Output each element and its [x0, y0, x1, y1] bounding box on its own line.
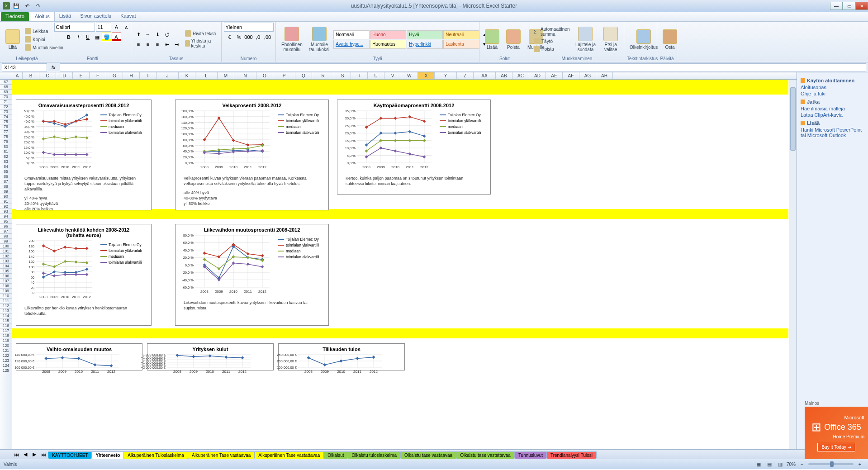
- row-head-103[interactable]: 103: [0, 259, 12, 264]
- row-head-91[interactable]: 91: [0, 199, 12, 204]
- col-head-H[interactable]: H: [123, 72, 140, 79]
- col-head-K[interactable]: K: [179, 72, 195, 79]
- row-head-105[interactable]: 105: [0, 269, 12, 274]
- row-head-92[interactable]: 92: [0, 204, 12, 209]
- tab-page-layout[interactable]: Sivun asettelu: [76, 12, 116, 21]
- paste-button[interactable]: Liitä: [3, 28, 23, 51]
- number-format-combo[interactable]: [224, 23, 274, 32]
- chart-c6[interactable]: Vaihto-omaisuuden muutos 100 000,00 €120…: [16, 343, 142, 370]
- row-head-95[interactable]: 95: [0, 219, 12, 224]
- row-head-86[interactable]: 86: [0, 174, 12, 179]
- sheet-tab[interactable]: Oikaistu tuloslaskelma: [347, 451, 400, 459]
- style-calc[interactable]: Laskenta: [443, 40, 479, 49]
- row-head-97[interactable]: 97: [0, 229, 12, 234]
- inc-decimal-icon[interactable]: ,0: [254, 33, 263, 42]
- format-as-table-button[interactable]: Muotoile taulukoksi: [307, 26, 332, 53]
- tab-nav-prev-icon[interactable]: ◀: [21, 450, 30, 459]
- style-open-hyperlink[interactable]: Avattu hype...: [333, 40, 370, 49]
- row-head-108[interactable]: 108: [0, 284, 12, 289]
- tab-nav-first-icon[interactable]: ⏮: [12, 450, 21, 459]
- row-head-112[interactable]: 112: [0, 304, 12, 309]
- row-head-75[interactable]: 75: [0, 119, 12, 124]
- sheet-tab[interactable]: KÄYTTÖOHJEET: [48, 451, 92, 459]
- row-head-116[interactable]: 116: [0, 323, 12, 328]
- delete-cells-button[interactable]: Poista: [503, 28, 523, 51]
- sort-filter-button[interactable]: Lajittele ja suodata: [572, 26, 599, 53]
- row-head-102[interactable]: 102: [0, 254, 12, 259]
- row-head-70[interactable]: 70: [0, 95, 12, 100]
- style-note[interactable]: Huomautus: [370, 40, 406, 49]
- row-head-120[interactable]: 120: [0, 343, 12, 348]
- maximize-button[interactable]: ▭: [843, 2, 855, 10]
- sheet-tab[interactable]: Alkuperäinen Tase vastaavaa: [188, 451, 255, 459]
- orientation-icon[interactable]: ⭯: [162, 30, 171, 39]
- row-head-121[interactable]: 121: [0, 348, 12, 353]
- col-head-P[interactable]: P: [273, 72, 295, 79]
- align-left-icon[interactable]: ≡: [134, 40, 143, 49]
- col-head-A[interactable]: A: [12, 72, 23, 79]
- tab-insert[interactable]: Lisää: [55, 12, 76, 21]
- sheet-tab[interactable]: Oikaistu tase vastaavaa: [400, 451, 456, 459]
- zoom-slider[interactable]: [808, 463, 854, 465]
- row-head-72[interactable]: 72: [0, 104, 12, 109]
- align-center-icon[interactable]: ≡: [143, 40, 152, 49]
- dec-decimal-icon[interactable]: ,00: [263, 33, 272, 42]
- col-head-I[interactable]: I: [140, 72, 157, 79]
- row-head-115[interactable]: 115: [0, 318, 12, 323]
- chart-c8[interactable]: Tilikauden tulos 150 000,00 €200 000,00 …: [278, 343, 405, 370]
- name-box[interactable]: [2, 63, 47, 71]
- col-head-N[interactable]: N: [234, 72, 256, 79]
- col-head-J[interactable]: J: [157, 72, 179, 79]
- style-neutral[interactable]: Neutraali: [443, 30, 479, 39]
- row-head-123[interactable]: 123: [0, 358, 12, 363]
- chart-c7[interactable]: Yrityksen kulut −2 000 000,00 €−1 800 00…: [147, 343, 274, 370]
- row-head-104[interactable]: 104: [0, 264, 12, 269]
- row-head-73[interactable]: 73: [0, 109, 12, 114]
- indent-inc-icon[interactable]: ⇥: [172, 40, 181, 49]
- chart-c1[interactable]: Omavaraisuusasteprosentti 2008-2012 0,0 …: [16, 100, 152, 210]
- font-name-combo[interactable]: [54, 23, 95, 32]
- row-head-89[interactable]: 89: [0, 189, 12, 194]
- row-head-85[interactable]: 85: [0, 169, 12, 174]
- row-head-96[interactable]: 96: [0, 224, 12, 229]
- indent-dec-icon[interactable]: ⇤: [162, 40, 171, 49]
- row-head-124[interactable]: 124: [0, 363, 12, 368]
- row-head-98[interactable]: 98: [0, 234, 12, 239]
- row-head-114[interactable]: 114: [0, 313, 12, 318]
- row-head-81[interactable]: 81: [0, 149, 12, 154]
- row-head-77[interactable]: 77: [0, 129, 12, 134]
- col-head-W[interactable]: W: [401, 72, 418, 79]
- col-head-R[interactable]: R: [312, 72, 334, 79]
- col-head-E[interactable]: E: [73, 72, 90, 79]
- worksheet[interactable]: ABCDEFGHIJKLMNOPQRSTUVWXYZAAABACADAEAFAG…: [0, 72, 797, 449]
- vertical-scrollbar[interactable]: [789, 80, 797, 449]
- grow-font-icon[interactable]: A: [112, 23, 121, 32]
- row-head-76[interactable]: 76: [0, 124, 12, 129]
- col-head-S[interactable]: S: [334, 72, 351, 79]
- row-head-107[interactable]: 107: [0, 279, 12, 284]
- tab-home[interactable]: Aloitus: [30, 12, 55, 21]
- row-head-67[interactable]: 67: [0, 80, 12, 85]
- row-head-113[interactable]: 113: [0, 309, 12, 313]
- wrap-text-button[interactable]: Rivitä teksti: [184, 30, 218, 37]
- fill-button[interactable]: Täytö: [533, 38, 570, 45]
- buy-it-today-button[interactable]: Buy it Today ➜: [817, 443, 855, 451]
- row-head-84[interactable]: 84: [0, 164, 12, 169]
- col-head-O[interactable]: O: [256, 72, 273, 79]
- chart-c4[interactable]: Liikevaihto henkilöä kohden 2008-2012(tu…: [16, 224, 152, 326]
- row-head-74[interactable]: 74: [0, 114, 12, 119]
- shrink-font-icon[interactable]: ᴀ: [122, 23, 131, 32]
- link-clipart[interactable]: Lataa ClipArt-kuvia: [801, 112, 864, 118]
- row-head-100[interactable]: 100: [0, 244, 12, 249]
- sheet-tab[interactable]: Oikaistu tase vastattavaa: [456, 451, 515, 459]
- merge-center-button[interactable]: Yhdistä ja keskitä: [184, 38, 218, 49]
- align-middle-icon[interactable]: ↔: [143, 30, 152, 39]
- currency-icon[interactable]: €: [225, 33, 234, 42]
- col-head-AC[interactable]: AC: [512, 72, 529, 79]
- sheet-tab[interactable]: Oikaisut: [323, 451, 348, 459]
- row-head-109[interactable]: 109: [0, 289, 12, 294]
- link-quickstart[interactable]: Aloitusopas: [801, 85, 864, 90]
- sheet-tab[interactable]: Tunnusluvut: [514, 451, 547, 459]
- style-bad[interactable]: Huono: [370, 30, 406, 39]
- fx-icon[interactable]: fx: [49, 63, 58, 72]
